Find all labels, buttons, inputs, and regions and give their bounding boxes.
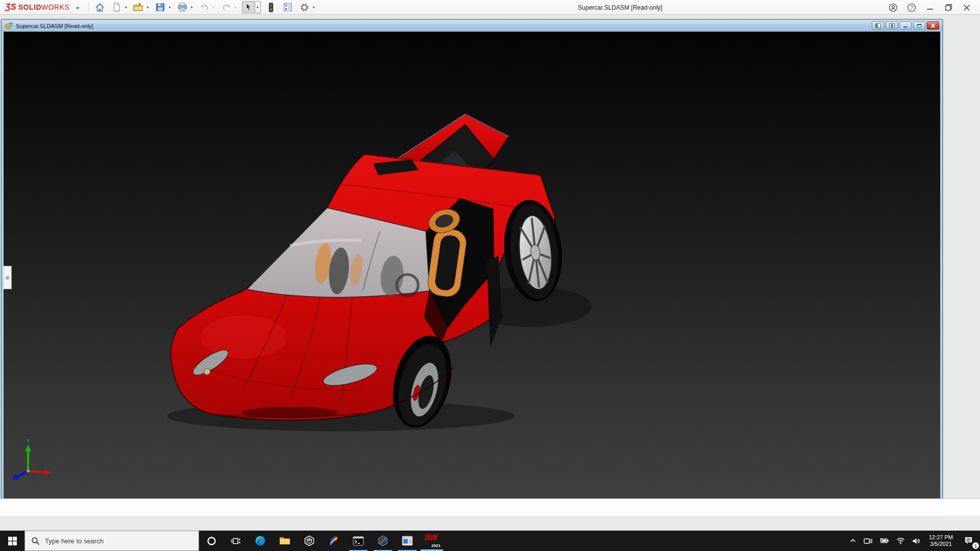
options-gear-icon xyxy=(300,3,309,12)
windows-taskbar: SW 2021 12:27 PM 3/5/2021 xyxy=(0,531,980,551)
close-icon xyxy=(963,4,970,11)
minimize-icon xyxy=(926,4,934,11)
car-model-3d[interactable] xyxy=(4,32,940,511)
open-button[interactable] xyxy=(132,1,145,13)
toolbar-separator xyxy=(88,2,89,12)
taskbar-cortana-button[interactable] xyxy=(199,531,224,551)
tray-wifi-button[interactable] xyxy=(893,531,909,551)
open-folder-icon xyxy=(133,3,143,12)
triad-y-label: Y xyxy=(26,439,30,443)
taskbar-composer-button[interactable] xyxy=(395,531,420,551)
print-icon xyxy=(178,3,187,12)
close-button[interactable] xyxy=(958,0,976,15)
tray-meetnow-button[interactable] xyxy=(860,531,876,551)
solidworks-logo[interactable]: ƷSSOLIDWORKS xyxy=(5,2,69,12)
doc-minimize-button[interactable] xyxy=(899,21,912,30)
document-window: Supercar.SLDASM [Read-only] xyxy=(1,19,943,514)
display-settings-button[interactable] xyxy=(281,1,295,13)
doc-pane-right-button[interactable] xyxy=(886,21,898,30)
home-button[interactable] xyxy=(93,1,106,13)
taskbar-terminal-button[interactable] xyxy=(346,531,371,551)
restore-button[interactable] xyxy=(939,0,958,15)
main-toolbar: ƷSSOLIDWORKS ▸ ▾ ▾ ▾ ▾ ▾ ▾ xyxy=(0,0,980,15)
doc-minimize-icon xyxy=(903,23,908,28)
taskbar-snip-button[interactable] xyxy=(322,531,346,551)
taskbar-edge-button[interactable] xyxy=(248,531,273,551)
home-icon xyxy=(95,3,105,12)
sw-logo-text: SW xyxy=(424,533,437,543)
start-button[interactable] xyxy=(0,531,24,551)
new-document-icon xyxy=(112,3,121,12)
tray-volume-button[interactable] xyxy=(909,531,924,551)
rebuild-traffic-light-icon xyxy=(267,3,275,12)
taskbar-solidworks-button[interactable]: SW 2021 xyxy=(420,531,444,551)
print-caret-icon[interactable]: ▾ xyxy=(189,5,194,10)
save-caret-icon[interactable]: ▾ xyxy=(167,5,172,10)
new-document-caret-icon[interactable]: ▾ xyxy=(123,5,128,10)
tray-clock[interactable]: 12:27 PM 3/5/2021 xyxy=(924,531,958,551)
display-settings-icon xyxy=(283,3,292,12)
cortana-icon xyxy=(207,536,216,546)
clock-date: 3/5/2021 xyxy=(930,541,952,547)
solidworks-logo-solid: SOLID xyxy=(18,3,41,11)
featuremanager-collapsed-tab[interactable] xyxy=(4,266,12,289)
options-button[interactable] xyxy=(298,1,311,13)
tray-show-hidden-button[interactable] xyxy=(846,531,860,551)
doc-pane-left-button[interactable] xyxy=(872,21,884,30)
select-tool-caret-icon[interactable]: ▾ xyxy=(255,1,261,13)
redo-button[interactable] xyxy=(220,1,233,13)
save-button[interactable] xyxy=(154,1,167,13)
pane-right-icon xyxy=(889,23,895,28)
select-tool-button[interactable] xyxy=(242,1,255,13)
new-document-button[interactable] xyxy=(110,1,123,13)
clock-time: 12:27 PM xyxy=(929,534,953,541)
blue-window-app-icon xyxy=(402,536,413,546)
graphics-viewport[interactable]: Y X *Dimetric xyxy=(4,32,940,511)
menu-flyout-arrow-icon[interactable]: ▸ xyxy=(77,5,79,10)
taskbar-3dexperience-button[interactable] xyxy=(371,531,395,551)
system-tray: 12:27 PM 3/5/2021 1 xyxy=(846,531,980,551)
doc-close-button[interactable] xyxy=(927,21,939,30)
orientation-triad[interactable]: Y X xyxy=(9,439,55,495)
document-title: Supercar.SLDASM [Read-only] xyxy=(16,23,93,29)
taskbar-search[interactable] xyxy=(24,531,199,551)
client-area: Supercar.SLDASM [Read-only] xyxy=(0,15,980,513)
edge-browser-icon xyxy=(255,535,266,546)
document-titlebar[interactable]: Supercar.SLDASM [Read-only] xyxy=(2,20,942,32)
solidworks-2021-icon: SW 2021 xyxy=(424,533,439,548)
options-caret-icon[interactable]: ▾ xyxy=(311,5,316,10)
status-bar xyxy=(0,498,980,516)
assembly-document-icon xyxy=(5,22,13,30)
taskbar-explorer-button[interactable] xyxy=(273,531,297,551)
cube-viewer-icon xyxy=(304,535,315,546)
tray-battery-button[interactable] xyxy=(876,531,893,551)
minimize-button[interactable] xyxy=(921,0,939,15)
sw-year-text: 2021 xyxy=(431,543,440,548)
rebuild-button[interactable] xyxy=(264,1,278,13)
app-window-title: Supercar.SLDASM [Read-only] xyxy=(531,0,709,15)
doc-restore-icon xyxy=(917,23,922,28)
wifi-icon xyxy=(896,537,905,544)
undo-caret-icon[interactable]: ▾ xyxy=(211,5,216,10)
taskbar-taskview-button[interactable] xyxy=(224,531,248,551)
taskbar-3dviewer-button[interactable] xyxy=(297,531,322,551)
print-button[interactable] xyxy=(176,1,189,13)
select-cursor-icon xyxy=(244,3,253,12)
file-explorer-icon xyxy=(279,536,290,546)
undo-button[interactable] xyxy=(198,1,211,13)
windows-start-icon xyxy=(8,537,17,545)
open-caret-icon[interactable]: ▾ xyxy=(145,5,150,10)
undo-icon xyxy=(200,3,209,12)
panel-tab-dot-icon xyxy=(6,276,9,280)
account-icon xyxy=(889,3,898,12)
task-view-icon xyxy=(231,536,241,546)
search-input[interactable] xyxy=(45,537,183,545)
battery-charging-icon xyxy=(879,537,889,544)
help-button[interactable]: ? xyxy=(902,0,921,15)
redo-caret-icon[interactable]: ▾ xyxy=(233,5,238,10)
action-center-button[interactable]: 1 xyxy=(958,531,980,551)
doc-restore-button[interactable] xyxy=(913,21,925,30)
meet-now-icon xyxy=(864,537,872,545)
account-button[interactable] xyxy=(884,0,902,15)
solidworks-logo-mark: ƷS xyxy=(5,2,16,12)
